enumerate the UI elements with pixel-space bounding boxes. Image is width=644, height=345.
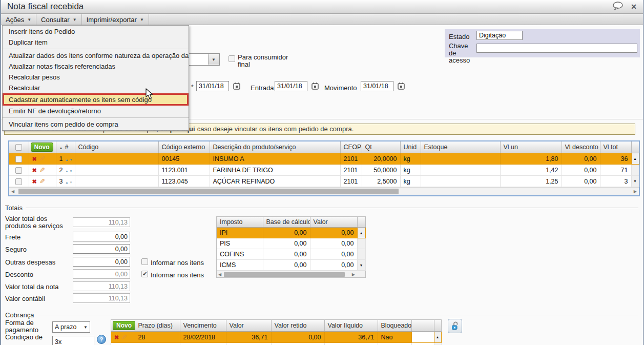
informar-nos-itens-checkbox-checked[interactable]: ✔ — [141, 271, 148, 277]
movimento-date-field[interactable] — [361, 81, 393, 91]
menu-acoes-button[interactable]: Ações▼ — [1, 14, 36, 25]
condicao-pagamento-field[interactable] — [52, 336, 94, 345]
move-down-icon[interactable]: ▼ — [69, 181, 73, 184]
col-vl-un[interactable]: Vl un — [500, 141, 562, 153]
col-valor[interactable]: Valor — [310, 217, 357, 228]
scroll-down-icon[interactable]: ▼ — [357, 260, 365, 271]
calendar-icon[interactable] — [397, 82, 405, 92]
new-item-button[interactable]: Novo — [31, 143, 53, 152]
scroll-left-icon[interactable]: ◀ — [11, 189, 14, 194]
menu-separator — [3, 117, 189, 118]
cell-qt: 20,0000 — [362, 153, 400, 165]
scroll-right-icon[interactable]: ▶ — [634, 189, 637, 194]
calendar-icon[interactable] — [233, 82, 241, 92]
scrollbar-thumb[interactable] — [224, 272, 345, 277]
delete-icon[interactable]: ✖ — [32, 178, 37, 185]
table-row[interactable]: ✖✎ 3▲▼ 1123.045 AÇÚCAR REFINADO 2101 2,5… — [9, 176, 639, 187]
lock-button[interactable] — [448, 319, 462, 333]
menu-item-emitir-nf-devolucao[interactable]: Emitir NF de devolução/retorno — [3, 106, 189, 116]
seguro-field[interactable] — [73, 244, 130, 254]
edit-pencil-icon[interactable]: ✎ — [39, 177, 45, 185]
col-vl-tot[interactable]: Vl tot — [600, 141, 631, 153]
scroll-up-icon[interactable]: ▲ — [434, 332, 441, 343]
desconto-label: Desconto — [5, 271, 71, 278]
delete-icon[interactable]: ✖ — [114, 334, 119, 340]
horizontal-scrollbar[interactable]: ◀ ▶ — [217, 271, 365, 277]
col-unid[interactable]: Unid — [400, 141, 421, 153]
close-icon[interactable]: ✕ — [631, 3, 637, 11]
move-down-icon[interactable]: ▼ — [69, 158, 73, 161]
menu-item-vincular-itens[interactable]: Vincular itens com pedido de compra — [3, 119, 189, 130]
chave-acesso-field[interactable] — [476, 44, 637, 53]
help-icon[interactable]: ? — [97, 335, 106, 344]
forma-pagamento-select[interactable]: A prazo▼ — [52, 321, 90, 333]
col-descricao[interactable]: Descrição do produto/serviço — [210, 141, 340, 153]
scroll-right-icon[interactable]: ▶ — [352, 272, 355, 277]
edit-pencil-icon[interactable]: ✎ — [39, 155, 45, 163]
table-row[interactable]: PIS 0,00 0,00 — [217, 238, 365, 249]
col-num[interactable]: # — [65, 144, 68, 151]
table-row[interactable]: COFINS 0,00 0,00 — [217, 249, 365, 260]
menu-item-atualizar-dados[interactable]: Atualizar dados dos itens conforme natur… — [3, 50, 189, 61]
col-qt[interactable]: Qt — [362, 141, 400, 153]
menu-item-atualizar-notas[interactable]: Atualizar notas fiscais referenciadas — [3, 61, 189, 72]
menu-item-cadastrar-automaticamente[interactable]: Cadastrar automaticamente os itens sem c… — [3, 93, 189, 106]
scroll-up-icon[interactable]: ▲ — [357, 228, 365, 238]
valor-total-nota-field — [73, 281, 130, 291]
delete-icon[interactable]: ✖ — [32, 156, 37, 162]
scroll-down-icon[interactable]: ▼ — [631, 176, 639, 187]
new-parcela-button[interactable]: Novo — [113, 321, 135, 330]
col-valor[interactable]: Valor — [226, 320, 271, 332]
menu-item-inserir-itens[interactable]: Inserir itens do Pedido — [3, 26, 189, 37]
entrada-date-field[interactable] — [275, 81, 307, 91]
menu-imprimir-exportar-button[interactable]: Imprimir/exportar▼ — [82, 14, 149, 25]
edit-pencil-icon[interactable]: ✎ — [39, 166, 45, 174]
menu-item-recalcular-pesos[interactable]: Recalcular pesos — [3, 72, 189, 83]
informar-nos-itens-checkbox[interactable] — [141, 258, 148, 265]
comment-icon[interactable] — [612, 2, 624, 12]
frete-field[interactable] — [73, 232, 130, 241]
col-bloqueado[interactable]: Bloqueado — [378, 320, 411, 332]
table-row[interactable]: ✖✎ 2▲▼ 1123.001 FARINHA DE TRIGO 2101 50… — [9, 165, 639, 176]
row-checkbox[interactable] — [15, 178, 22, 185]
move-down-icon[interactable]: ▼ — [69, 170, 73, 173]
delete-icon[interactable]: ✖ — [32, 167, 37, 173]
select-all-checkbox[interactable] — [15, 144, 22, 151]
col-base-calculo[interactable]: Base de cálculo — [263, 217, 310, 228]
col-prazo[interactable]: Prazo (dias) — [135, 320, 180, 332]
col-imposto[interactable]: Imposto — [217, 217, 263, 228]
row-checkbox[interactable] — [15, 167, 22, 174]
col-vl-desconto[interactable]: Vl desconto — [562, 141, 600, 153]
emissao-date-field[interactable] — [196, 81, 229, 91]
menu-item-duplicar-item[interactable]: Duplicar item — [3, 37, 189, 48]
table-row[interactable]: ✖✎ 28 28/02/2018 36,71 0,00 36,71 Não ▲ — [111, 332, 441, 343]
chevron-down-icon[interactable]: ▼ — [208, 54, 219, 65]
horizontal-scrollbar[interactable]: ◀ ▶ — [9, 187, 639, 195]
seguro-label: Seguro — [5, 246, 71, 253]
scroll-left-icon[interactable]: ◀ — [218, 272, 221, 277]
row-number: 3 — [59, 178, 63, 185]
scrollbar-thumb[interactable] — [18, 189, 399, 194]
table-row[interactable]: IPI 0,00 0,00 ▲ — [217, 228, 365, 238]
col-codigo-externo[interactable]: Código externo — [158, 141, 210, 153]
outras-despesas-field[interactable] — [73, 257, 130, 267]
col-codigo[interactable]: Código — [75, 141, 158, 153]
col-vencimento[interactable]: Vencimento — [180, 320, 226, 332]
estado-field[interactable] — [476, 31, 523, 40]
col-valor-liquido[interactable]: Valor líquido — [324, 320, 378, 332]
table-row[interactable]: ✖✎ — [111, 343, 441, 345]
col-valor-retido[interactable]: Valor retido — [271, 320, 324, 332]
table-row[interactable]: ✖✎ 1▲▼ 00145 INSUMO A 2101 20,0000 kg 1,… — [9, 153, 639, 165]
col-estoque[interactable]: Estoque — [421, 141, 500, 153]
para-consumidor-final-checkbox[interactable] — [228, 55, 235, 62]
cell-base: 0,00 — [263, 238, 310, 249]
scroll-up-icon[interactable]: ▲ — [631, 153, 639, 165]
menu-consultar-button[interactable]: Consultar▼ — [36, 14, 82, 25]
table-row[interactable]: ICMS 0,00 0,00 ▼ — [217, 260, 365, 271]
valor-total-nota-label: Valor total da nota — [5, 283, 71, 291]
col-cfop[interactable]: CFOP — [340, 141, 362, 153]
menu-item-recalcular[interactable]: Recalcular — [3, 83, 189, 93]
calendar-icon[interactable] — [311, 82, 319, 92]
edit-pencil-icon[interactable]: ✎ — [121, 333, 127, 341]
row-checkbox[interactable] — [15, 156, 22, 163]
